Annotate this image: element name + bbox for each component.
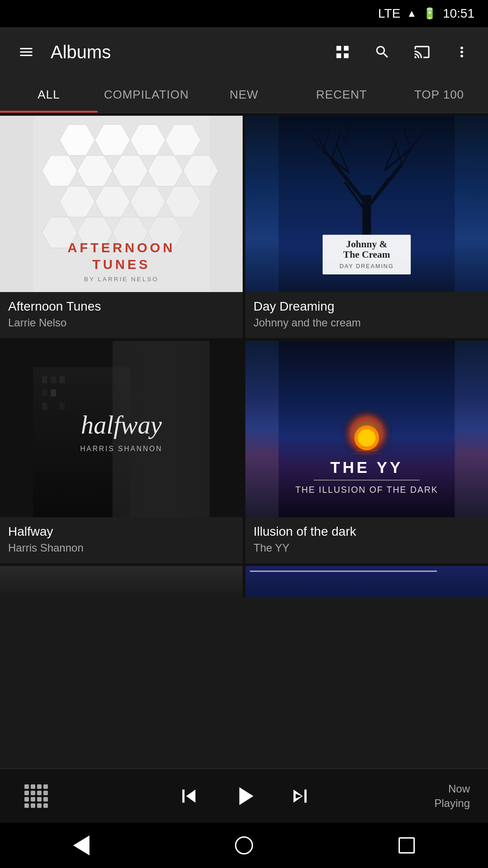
- svg-text:THE ILLUSION OF THE DARK: THE ILLUSION OF THE DARK: [295, 485, 438, 495]
- grid-dot: [24, 797, 29, 802]
- album-card-halfway[interactable]: halfway HARRIS SHANNON Halfway Harris Sh…: [0, 341, 243, 563]
- grid-dot: [31, 797, 35, 802]
- player-bar: Now Playing: [0, 769, 488, 823]
- recents-button[interactable]: [389, 827, 425, 863]
- tab-compilation[interactable]: COMPILATION: [98, 77, 195, 113]
- svg-text:BY LARRIE NELSO: BY LARRIE NELSO: [84, 276, 159, 283]
- grid-icon: [24, 784, 48, 808]
- svg-rect-53: [60, 403, 65, 410]
- grid-dot: [31, 803, 35, 808]
- now-playing-area: Now Playing: [434, 782, 470, 810]
- home-button[interactable]: [226, 827, 262, 863]
- clock: 10:51: [443, 6, 474, 21]
- status-bar: LTE ▲ 🔋 10:51: [0, 0, 488, 27]
- album-info-illusion-dark: Illusion of the dark The YY: [245, 517, 488, 563]
- svg-rect-64: [351, 453, 382, 454]
- android-nav-bar: [0, 823, 488, 868]
- grid-dot: [43, 797, 48, 802]
- album-card-afternoon-tunes[interactable]: AFTERNOON TUNES BY LARRIE NELSO Afternoo…: [0, 116, 243, 338]
- partial-album-right: [245, 566, 488, 598]
- tab-top100[interactable]: TOP 100: [390, 77, 488, 113]
- grid-view-button[interactable]: [327, 37, 358, 67]
- album-info-afternoon-tunes: Afternoon Tunes Larrie Nelso: [0, 292, 243, 338]
- tab-new[interactable]: NEW: [195, 77, 293, 113]
- play-button[interactable]: [229, 781, 260, 811]
- search-button[interactable]: [367, 37, 398, 67]
- grid-dot: [31, 784, 35, 789]
- grid-dot: [24, 803, 29, 808]
- svg-text:THE YY: THE YY: [330, 459, 403, 476]
- back-button[interactable]: [63, 827, 99, 863]
- album-card-day-dreaming[interactable]: Johnny & The Cream DAY DREAMING Day Drea…: [245, 116, 488, 338]
- album-artist: Larrie Nelso: [8, 316, 235, 329]
- tabs-bar: ALL COMPILATION NEW RECENT TOP 100: [0, 77, 488, 113]
- grid-dot: [43, 803, 48, 808]
- album-artist: Johnny and the cream: [253, 316, 480, 329]
- grid-dot: [43, 791, 48, 795]
- svg-rect-48: [51, 376, 56, 383]
- album-title: Illusion of the dark: [253, 524, 480, 539]
- album-card-illusion-dark[interactable]: THE YY THE ILLUSION OF THE DARK Illusion…: [245, 341, 488, 563]
- svg-text:HARRIS SHANNON: HARRIS SHANNON: [80, 445, 162, 453]
- home-icon: [235, 836, 253, 854]
- player-controls: [54, 781, 434, 811]
- now-playing-label: Now Playing: [434, 782, 470, 810]
- page-title: Albums: [51, 42, 318, 62]
- tab-all[interactable]: ALL: [0, 77, 98, 113]
- partial-album-left: [0, 566, 243, 598]
- svg-text:DAY DREAMING: DAY DREAMING: [340, 263, 394, 269]
- svg-text:TUNES: TUNES: [92, 257, 150, 272]
- network-type: LTE: [378, 6, 400, 21]
- svg-text:Johnny &: Johnny &: [346, 239, 387, 250]
- svg-point-61: [358, 429, 375, 447]
- svg-text:halfway: halfway: [81, 411, 162, 439]
- grid-dot: [43, 784, 48, 789]
- grid-dot: [24, 784, 29, 789]
- svg-rect-51: [51, 389, 56, 396]
- grid-dot: [37, 803, 42, 808]
- svg-text:AFTERNOON: AFTERNOON: [68, 241, 175, 255]
- svg-text:The Cream: The Cream: [343, 249, 390, 260]
- album-title: Afternoon Tunes: [8, 299, 235, 314]
- grid-menu-button[interactable]: [18, 778, 54, 814]
- grid-dot: [37, 791, 42, 795]
- album-info-halfway: Halfway Harris Shannon: [0, 517, 243, 563]
- recents-icon: [399, 837, 415, 854]
- album-title: Halfway: [8, 524, 235, 539]
- album-artist: Harris Shannon: [8, 542, 235, 554]
- album-info-day-dreaming: Day Dreaming Johnny and the cream: [245, 292, 488, 338]
- svg-rect-49: [60, 376, 65, 383]
- grid-dot: [37, 797, 42, 802]
- menu-button[interactable]: [11, 37, 42, 67]
- tab-recent[interactable]: RECENT: [293, 77, 390, 113]
- battery-icon: 🔋: [423, 7, 436, 20]
- svg-rect-47: [42, 376, 47, 383]
- grid-dot: [31, 791, 35, 795]
- svg-rect-50: [42, 389, 47, 396]
- next-button[interactable]: [287, 783, 313, 809]
- album-artist: The YY: [253, 542, 480, 554]
- signal-icon: ▲: [407, 8, 417, 19]
- grid-dot: [24, 791, 29, 795]
- album-title: Day Dreaming: [253, 299, 480, 314]
- svg-rect-63: [356, 450, 378, 451]
- more-options-button[interactable]: [446, 37, 477, 67]
- grid-dot: [37, 784, 42, 789]
- app-bar: Albums: [0, 27, 488, 77]
- status-icons: LTE ▲ 🔋 10:51: [378, 6, 474, 21]
- cast-button[interactable]: [407, 37, 437, 67]
- back-icon: [73, 835, 89, 855]
- svg-rect-62: [360, 447, 373, 448]
- previous-button[interactable]: [176, 783, 202, 809]
- svg-rect-52: [42, 403, 47, 410]
